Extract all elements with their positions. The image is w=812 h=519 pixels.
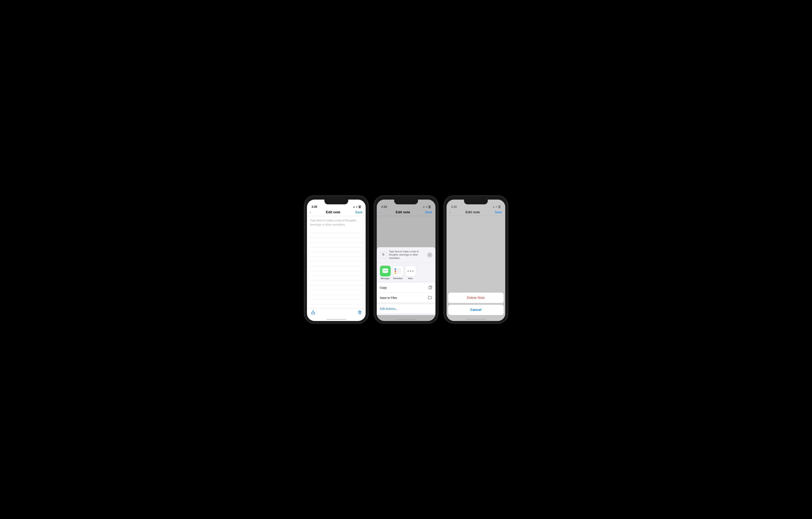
signal-icon-2: ●: [426, 206, 427, 208]
share-app-more[interactable]: More: [405, 266, 416, 279]
note-line: [310, 290, 362, 295]
note-line: [310, 228, 362, 233]
status-icons-2: ▲ ● ▮: [423, 205, 431, 208]
action-sheet-options: Delete Note: [448, 293, 504, 303]
note-area-1: Type here to make a note of thoughts, le…: [307, 216, 366, 320]
phone-3-screen: 2:20 ▲ ● ▮ ‹ Edit note Save Del: [446, 199, 505, 321]
note-line: [310, 285, 362, 290]
edit-actions-link[interactable]: Edit Actions...: [380, 307, 398, 310]
copy-icon: [428, 285, 432, 290]
action-sheet-3: Delete Note Cancel: [448, 293, 504, 315]
messages-label: Messages: [381, 277, 390, 279]
save-button-2[interactable]: Save: [425, 211, 432, 214]
notch-3: [464, 199, 488, 204]
wifi-icon-3: ▲: [493, 206, 495, 208]
phone-1-screen: 2:20 ▲ ● ▮ ‹ Edit note Save Type here to…: [307, 199, 366, 321]
back-button-3[interactable]: ‹: [450, 211, 451, 214]
note-line: [310, 267, 362, 271]
trash-icon-1: [358, 310, 362, 315]
battery-icon-1: ▮: [358, 205, 361, 208]
signal-icon-1: ●: [356, 206, 357, 208]
save-to-files-action[interactable]: Save to Files: [377, 293, 435, 303]
phone-1: 2:20 ▲ ● ▮ ‹ Edit note Save Type here to…: [304, 196, 368, 323]
note-lines-1: [310, 228, 362, 308]
delete-button-1[interactable]: [358, 310, 362, 316]
battery-icon-2: ▮: [428, 205, 431, 208]
phone-2: 2:20 ▲ ● ▮ ‹ Edit note Save: [374, 196, 438, 323]
reminder-line: [397, 269, 401, 269]
back-button-2[interactable]: ‹: [380, 211, 381, 214]
home-indicator-1: [326, 319, 346, 320]
status-time-2: 2:20: [381, 205, 387, 208]
wifi-icon-2: ▲: [423, 206, 425, 208]
svg-rect-5: [429, 286, 431, 289]
note-placeholder-1: Type here to make a note of thoughts, le…: [310, 219, 357, 226]
share-close-button[interactable]: ×: [427, 252, 432, 257]
save-button-1[interactable]: Save: [355, 211, 362, 214]
more-label: More: [408, 277, 413, 279]
note-line: [310, 262, 362, 267]
share-app-reminders[interactable]: Reminders: [393, 266, 403, 279]
nav-title-1: Edit note: [326, 210, 341, 214]
home-indicator-2: [396, 319, 416, 320]
home-indicator-3: [466, 319, 486, 320]
more-dot-1: [407, 270, 409, 272]
share-sheet-2: TI Type here to make a note of thoughts,…: [377, 247, 435, 315]
scene: 2:20 ▲ ● ▮ ‹ Edit note Save Type here to…: [297, 188, 516, 331]
nav-bar-2: ‹ Edit note Save: [377, 210, 435, 216]
nav-title-2: Edit note: [396, 210, 410, 214]
save-button-3[interactable]: Save: [495, 211, 502, 214]
note-line: [310, 304, 362, 308]
reminders-label: Reminders: [393, 277, 403, 279]
wifi-icon-1: ▲: [353, 206, 355, 208]
notch-1: [324, 199, 348, 204]
reminder-line: [397, 273, 401, 273]
dot-red: [395, 270, 396, 272]
dot-blue: [395, 268, 396, 270]
note-line: [310, 252, 362, 257]
status-icons-3: ▲ ● ▮: [493, 205, 500, 208]
note-line: [310, 295, 362, 300]
svg-point-2: [385, 270, 386, 271]
note-line: [310, 276, 362, 281]
reminder-row-3: [395, 272, 401, 274]
note-line: [310, 281, 362, 285]
cancel-button-3[interactable]: Cancel: [448, 305, 504, 315]
status-icons-1: ▲ ● ▮: [353, 205, 361, 208]
messages-icon: [380, 266, 390, 276]
note-line: [310, 300, 362, 304]
save-to-files-label: Save to Files: [380, 296, 397, 299]
share-app-messages[interactable]: Messages: [380, 266, 390, 279]
phone-2-screen: 2:20 ▲ ● ▮ ‹ Edit note Save: [377, 199, 435, 321]
more-dots: [406, 266, 416, 276]
delete-note-button[interactable]: Delete Note: [448, 293, 504, 303]
battery-icon-3: ▮: [498, 205, 500, 208]
more-dot-3: [412, 270, 414, 272]
share-actions: Copy Save to Files: [377, 282, 435, 303]
edit-actions-section: Edit Actions...: [377, 304, 435, 313]
svg-point-3: [386, 270, 387, 271]
delete-note-label: Delete Note: [467, 296, 485, 300]
note-inner-1[interactable]: Type here to make a note of thoughts, le…: [307, 216, 366, 308]
share-preview-icon: TI: [380, 251, 387, 258]
reminder-line: [397, 271, 401, 271]
more-dot-2: [410, 270, 411, 272]
share-button-1[interactable]: [311, 310, 315, 316]
copy-action[interactable]: Copy: [377, 282, 435, 293]
reminder-row-2: [395, 270, 401, 272]
note-line: [310, 247, 362, 252]
bottom-toolbar-1: [307, 308, 366, 320]
share-apps-row: Messages: [377, 263, 435, 282]
status-time-1: 2:20: [312, 205, 317, 208]
dot-orange: [395, 272, 396, 274]
phone-3: 2:20 ▲ ● ▮ ‹ Edit note Save Del: [444, 196, 508, 323]
reminders-icon: [393, 266, 403, 276]
folder-icon: [428, 295, 432, 300]
note-line: [310, 271, 362, 276]
svg-point-1: [383, 270, 384, 271]
status-time-3: 2:20: [451, 205, 457, 208]
copy-label: Copy: [380, 286, 387, 289]
notch-2: [394, 199, 418, 204]
nav-bar-3: ‹ Edit note Save: [446, 210, 505, 216]
back-button-1[interactable]: ‹: [310, 211, 311, 214]
